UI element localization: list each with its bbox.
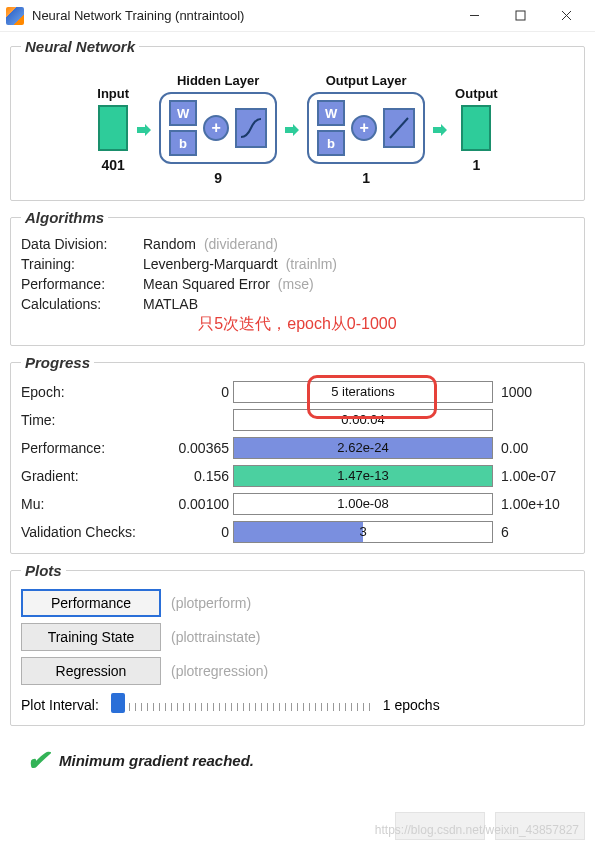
close-button[interactable] — [543, 0, 589, 32]
algo-value: Random(dividerand) — [143, 236, 574, 252]
progress-max: 1000 — [493, 384, 573, 400]
input-label: Input — [97, 86, 129, 101]
progress-max: 6 — [493, 524, 573, 540]
sum-icon: + — [351, 115, 377, 141]
sum-icon: + — [203, 115, 229, 141]
bias-box: b — [317, 130, 345, 156]
progress-bar: 2.62e-24 — [233, 437, 493, 459]
arrow-icon — [137, 123, 151, 137]
arrow-icon — [285, 123, 299, 137]
hidden-layer: W b + — [159, 92, 277, 164]
slider-thumb-icon[interactable] — [111, 693, 125, 713]
neural-network-section: Neural Network Input 401 Hidden Layer W … — [10, 38, 585, 201]
minimize-button[interactable] — [451, 0, 497, 32]
progress-value: 1.00e-08 — [234, 496, 492, 511]
plot-button-regression[interactable]: Regression — [21, 657, 161, 685]
output-size: 1 — [362, 170, 370, 186]
algo-subtext: (dividerand) — [204, 236, 278, 252]
progress-min: 0 — [161, 524, 233, 540]
algorithms-section: Algorithms Data Division:Random(dividera… — [10, 209, 585, 346]
progress-min: 0.00365 — [161, 440, 233, 456]
plot-interval-label: Plot Interval: — [21, 697, 99, 713]
titlebar: Neural Network Training (nntraintool) — [0, 0, 595, 32]
progress-label: Time: — [21, 412, 161, 428]
status-message: Minimum gradient reached. — [59, 752, 254, 769]
progress-bar: 3 — [233, 521, 493, 543]
progress-section: Progress Epoch:05 iterations1000Time:0:0… — [10, 354, 585, 554]
output-layer: W b + — [307, 92, 425, 164]
plot-subtext: (plotperform) — [171, 595, 251, 611]
arrow-icon — [433, 123, 447, 137]
output-label: Output Layer — [326, 73, 407, 88]
progress-label: Epoch: — [21, 384, 161, 400]
input-block — [98, 105, 128, 151]
plot-button-performance[interactable]: Performance — [21, 589, 161, 617]
algo-label: Performance: — [21, 276, 139, 292]
svg-marker-7 — [433, 124, 447, 136]
progress-max: 1.00e+10 — [493, 496, 573, 512]
progress-bar: 5 iterations — [233, 381, 493, 403]
algo-label: Calculations: — [21, 296, 139, 312]
progress-min: 0 — [161, 384, 233, 400]
section-legend: Neural Network — [21, 38, 139, 55]
plots-section: Plots Performance(plotperform)Training S… — [10, 562, 585, 726]
watermark-text: https://blog.csdn.net/weixin_43857827 — [375, 823, 579, 837]
progress-label: Gradient: — [21, 468, 161, 484]
hidden-label: Hidden Layer — [177, 73, 259, 88]
section-legend: Progress — [21, 354, 94, 371]
red-annotation: 只5次迭代，epoch从0-1000 — [21, 314, 574, 335]
svg-marker-5 — [285, 124, 299, 136]
purelin-icon — [383, 108, 415, 148]
weight-box: W — [317, 100, 345, 126]
progress-label: Mu: — [21, 496, 161, 512]
svg-line-6 — [390, 118, 408, 138]
algo-subtext: (mse) — [278, 276, 314, 292]
network-diagram: Input 401 Hidden Layer W b + 9 Output La… — [21, 65, 574, 190]
section-legend: Plots — [21, 562, 66, 579]
matlab-icon — [6, 7, 24, 25]
svg-marker-4 — [137, 124, 151, 136]
section-legend: Algorithms — [21, 209, 108, 226]
algo-value: Levenberg-Marquardt(trainlm) — [143, 256, 574, 272]
bias-box: b — [169, 130, 197, 156]
plot-subtext: (plotregression) — [171, 663, 268, 679]
progress-value: 1.47e-13 — [234, 468, 492, 483]
progress-max: 1.00e-07 — [493, 468, 573, 484]
output-block — [461, 105, 491, 151]
plot-interval-value: 1 epochs — [383, 697, 440, 713]
status-row: ✔ Minimum gradient reached. — [10, 734, 585, 787]
algo-label: Data Division: — [21, 236, 139, 252]
maximize-button[interactable] — [497, 0, 543, 32]
result-size: 1 — [472, 157, 480, 173]
progress-value: 0:00:04 — [234, 412, 492, 427]
plot-interval-slider[interactable] — [111, 695, 371, 715]
result-label: Output — [455, 86, 498, 101]
algo-subtext: (trainlm) — [286, 256, 337, 272]
algo-label: Training: — [21, 256, 139, 272]
progress-bar: 1.00e-08 — [233, 493, 493, 515]
progress-bar: 0:00:04 — [233, 409, 493, 431]
footer: https://blog.csdn.net/weixin_43857827 — [389, 812, 585, 843]
progress-value: 5 iterations — [234, 384, 492, 399]
progress-bar: 1.47e-13 — [233, 465, 493, 487]
progress-label: Performance: — [21, 440, 161, 456]
input-size: 401 — [102, 157, 125, 173]
svg-rect-1 — [516, 11, 525, 20]
algo-value: Mean Squared Error(mse) — [143, 276, 574, 292]
checkmark-icon: ✔ — [26, 744, 49, 777]
window-title: Neural Network Training (nntraintool) — [32, 8, 451, 23]
progress-min: 0.00100 — [161, 496, 233, 512]
hidden-size: 9 — [214, 170, 222, 186]
progress-value: 2.62e-24 — [234, 440, 492, 455]
plot-button-training-state[interactable]: Training State — [21, 623, 161, 651]
progress-min: 0.156 — [161, 468, 233, 484]
progress-max: 0.00 — [493, 440, 573, 456]
tansig-icon — [235, 108, 267, 148]
algo-value: MATLAB — [143, 296, 574, 312]
progress-label: Validation Checks: — [21, 524, 161, 540]
weight-box: W — [169, 100, 197, 126]
progress-value: 3 — [234, 524, 492, 539]
plot-subtext: (plottrainstate) — [171, 629, 260, 645]
